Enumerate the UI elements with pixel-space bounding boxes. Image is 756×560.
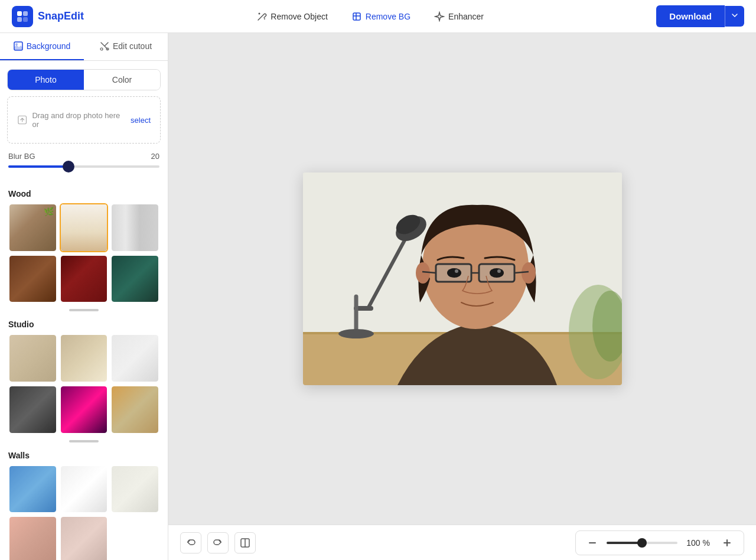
- photo-color-toggle: Photo Color: [7, 69, 161, 90]
- drop-zone-select-link[interactable]: select: [131, 116, 151, 125]
- download-group: Download: [656, 5, 744, 27]
- bottom-toolbar: 100 %: [168, 525, 756, 560]
- studio-thumb-4[interactable]: [8, 385, 57, 434]
- svg-point-9: [100, 48, 103, 50]
- background-tab-icon: [14, 41, 23, 51]
- studio-thumb-2[interactable]: [60, 334, 109, 383]
- svg-point-36: [497, 269, 501, 273]
- drop-zone[interactable]: Drag and drop photo here or select: [7, 96, 161, 144]
- studio-thumb-6[interactable]: [110, 385, 159, 434]
- layers-icon: [351, 11, 362, 22]
- download-button[interactable]: Download: [656, 5, 725, 27]
- studio-thumb-3[interactable]: [110, 334, 159, 383]
- canvas-area: 100 %: [168, 33, 756, 560]
- undo-icon: [185, 538, 196, 548]
- blur-value: 20: [151, 152, 159, 161]
- scissors-icon: [100, 41, 109, 51]
- zoom-out-button[interactable]: [584, 535, 601, 551]
- undo-button[interactable]: [180, 532, 201, 554]
- blur-slider-track: [8, 165, 159, 168]
- toggle-photo[interactable]: Photo: [8, 70, 84, 90]
- blur-section: Blur BG 20: [0, 152, 168, 185]
- sidebar-tabs: Background Edit cutout: [0, 33, 168, 61]
- chevron-down-icon: [731, 12, 738, 19]
- svg-point-35: [455, 269, 458, 273]
- zoom-slider-track: [607, 542, 677, 544]
- sparkle-icon: [434, 11, 445, 22]
- svg-point-27: [522, 262, 536, 284]
- svg-rect-1: [23, 11, 28, 16]
- wood-grid: 🌿: [0, 203, 168, 307]
- redo-icon: [213, 538, 223, 548]
- main-layout: Background Edit cutout Photo Color: [0, 33, 756, 560]
- studio-thumb-1[interactable]: [8, 334, 57, 383]
- studio-section-label: Studio: [0, 316, 168, 334]
- wall-thumb-4[interactable]: [8, 516, 57, 560]
- wood-thumb-1[interactable]: 🌿: [8, 203, 57, 252]
- zoom-thumb[interactable]: [637, 538, 647, 548]
- blur-slider-thumb[interactable]: [63, 161, 74, 172]
- wall-thumb-3[interactable]: [110, 465, 159, 514]
- wall-thumb-2[interactable]: [60, 465, 109, 514]
- app-header: SnapEdit Remove Object Remove BG Enhance…: [0, 0, 756, 33]
- blur-slider-fill: [8, 165, 69, 168]
- app-logo[interactable]: SnapEdit: [12, 6, 84, 27]
- wood-scroll-indicator: [69, 309, 99, 311]
- tab-edit-cutout[interactable]: Edit cutout: [84, 33, 168, 60]
- svg-rect-2: [17, 17, 22, 22]
- svg-point-34: [490, 268, 504, 278]
- upload-icon: [17, 115, 27, 125]
- walls-section-label: Walls: [0, 447, 168, 465]
- canvas-main: [168, 33, 756, 525]
- plant-decoration: 🌿: [44, 207, 54, 216]
- wall-thumb-1[interactable]: [8, 465, 57, 514]
- sidebar: Background Edit cutout Photo Color: [0, 33, 168, 560]
- sidebar-content: Photo Color Drag and drop photo here or …: [0, 61, 168, 560]
- nav-remove-bg[interactable]: Remove BG: [342, 6, 420, 27]
- logo-icon: [12, 6, 33, 27]
- svg-rect-0: [17, 11, 22, 16]
- wood-section-label: Wood: [0, 185, 168, 203]
- toolbar-actions: [180, 532, 256, 554]
- redo-button[interactable]: [207, 532, 229, 554]
- tab-background[interactable]: Background: [0, 33, 84, 60]
- plus-icon: [722, 538, 732, 548]
- studio-thumb-5[interactable]: [60, 385, 109, 434]
- wood-thumb-4[interactable]: [8, 255, 57, 304]
- split-view-button[interactable]: [234, 532, 256, 554]
- canvas-image: [303, 172, 622, 385]
- minus-icon: [588, 538, 597, 548]
- studio-scroll-indicator: [69, 440, 99, 442]
- magic-wand-icon: [256, 11, 267, 22]
- wood-thumb-2[interactable]: [60, 203, 109, 252]
- split-view-icon: [240, 538, 250, 548]
- toggle-color[interactable]: Color: [84, 70, 160, 90]
- svg-rect-6: [353, 13, 360, 20]
- studio-grid: [0, 334, 168, 437]
- logo-text: SnapEdit: [38, 10, 84, 22]
- svg-point-33: [447, 268, 461, 278]
- zoom-in-button[interactable]: [719, 535, 735, 551]
- wood-thumb-6[interactable]: [110, 255, 159, 304]
- svg-point-5: [264, 18, 265, 19]
- zoom-value: 100 %: [683, 538, 713, 548]
- wood-thumb-3[interactable]: [110, 203, 159, 252]
- wall-thumb-5[interactable]: [60, 516, 109, 560]
- nav-remove-object[interactable]: Remove Object: [247, 6, 337, 27]
- download-caret-button[interactable]: [725, 6, 744, 27]
- blur-label: Blur BG: [8, 152, 35, 161]
- main-nav: Remove Object Remove BG Enhancer: [84, 6, 656, 27]
- svg-point-4: [259, 12, 260, 14]
- drop-zone-text: Drag and drop photo here or: [32, 111, 126, 129]
- nav-enhancer[interactable]: Enhancer: [425, 6, 493, 27]
- wood-thumb-5[interactable]: [60, 255, 109, 304]
- walls-grid: [0, 465, 168, 560]
- svg-point-23: [338, 329, 374, 338]
- zoom-control: 100 %: [575, 530, 744, 555]
- svg-rect-3: [23, 17, 28, 22]
- zoom-fill: [607, 542, 642, 544]
